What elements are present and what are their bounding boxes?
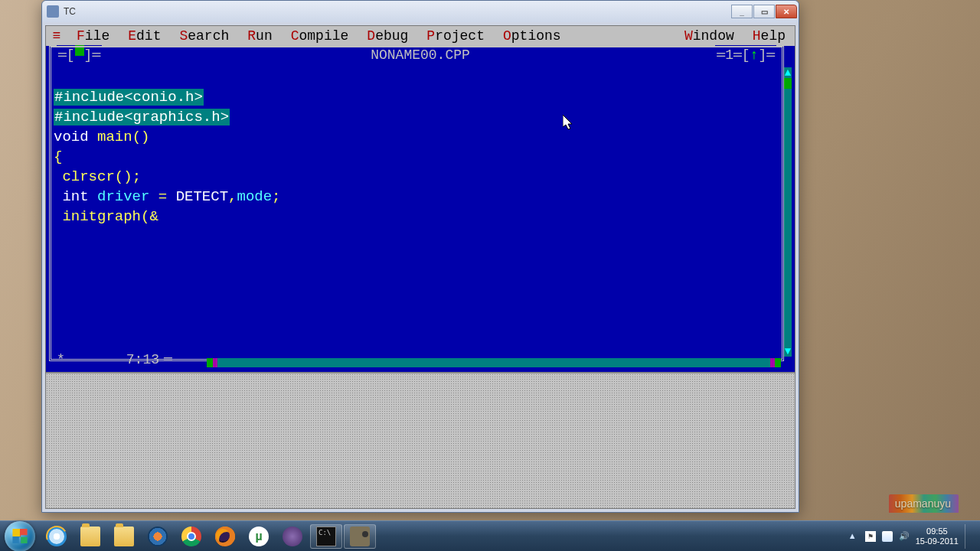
code-token: mode (237, 188, 272, 205)
taskbar-item-wmp[interactable] (142, 524, 174, 549)
taskbar-item-tc[interactable] (310, 524, 342, 549)
camera-icon (350, 527, 370, 546)
taskbar-item-bittorrent[interactable] (276, 524, 309, 549)
utorrent-icon: µ (249, 527, 269, 546)
turboc-screen: ≡ File Edit Search Run Compile Debug Pro… (46, 26, 795, 372)
cursor-position: 7:13 (126, 350, 159, 370)
titlebar[interactable]: TC _ ▭ ✕ (42, 1, 799, 22)
scroll-down-icon[interactable]: ▼ (784, 346, 792, 357)
taskbar-item-utorrent[interactable]: µ (243, 524, 275, 549)
svg-marker-0 (563, 115, 572, 129)
taskbar-item-explorer[interactable] (74, 524, 106, 549)
clock-date: 15-09-2011 (916, 536, 959, 546)
taskbar: µ ▲ ⚑ 🔊 09:55 15-09-2011 (0, 520, 980, 551)
code-token: ; (272, 188, 280, 205)
menu-window[interactable]: Window (675, 26, 743, 46)
gear-icon: * (57, 350, 65, 370)
folder-icon (80, 527, 100, 546)
scroll-track[interactable] (784, 78, 792, 346)
code-token: initgraph (54, 208, 141, 225)
code-token: driver (97, 188, 149, 205)
minimize-button[interactable]: _ (731, 5, 753, 18)
taskbar-item-ie[interactable] (41, 524, 73, 549)
code-token: , (228, 188, 237, 205)
tray-chevron-icon[interactable]: ▲ (848, 531, 859, 542)
code-token: () (132, 129, 150, 145)
tray-clock[interactable]: 09:55 15-09-2011 (916, 527, 959, 546)
vertical-scrollbar[interactable]: ▲ ▼ (784, 67, 792, 357)
app-icon (47, 5, 59, 18)
tray-volume-icon[interactable]: 🔊 (899, 531, 910, 542)
code-token: clrscr (54, 168, 115, 185)
code-token: = (149, 188, 175, 205)
show-desktop-button[interactable] (965, 524, 971, 549)
taskbar-item-recorder[interactable] (344, 524, 376, 549)
menu-debug[interactable]: Debug (358, 26, 417, 46)
status-line: * 7:13 ═ (57, 350, 778, 370)
output-panel[interactable] (46, 372, 795, 508)
menu-options[interactable]: Options (494, 26, 570, 46)
code-token: void (54, 129, 97, 145)
close-button[interactable]: ✕ (776, 5, 797, 18)
tray-network-icon[interactable] (882, 531, 893, 542)
code-token: (); (115, 168, 141, 185)
watermark: upamanuyu (889, 494, 959, 513)
taskbar-item-firefox[interactable] (209, 524, 241, 549)
code-token: DETECT (176, 188, 228, 205)
system-menu[interactable]: ≡ (46, 26, 67, 46)
taskbar-item-folder[interactable] (108, 524, 140, 549)
code-token: ( (141, 208, 149, 225)
tc-window: TC _ ▭ ✕ ≡ File Edit Search Run Compile … (41, 0, 799, 513)
code-token: int (54, 188, 97, 205)
chrome-icon (181, 527, 201, 546)
code-editor[interactable]: #include<conio.h> #include<graphics.h> v… (54, 67, 779, 350)
scroll-thumb[interactable] (784, 78, 792, 89)
code-token: & (149, 208, 158, 225)
folder-icon (114, 527, 134, 546)
bittorrent-icon (283, 527, 302, 546)
menu-help[interactable]: Help (743, 26, 795, 46)
firefox-icon (215, 527, 235, 546)
code-line: #include<conio.h> (54, 89, 204, 106)
tray-action-center-icon[interactable]: ⚑ (865, 531, 876, 542)
window-title: TC (64, 6, 76, 17)
scroll-up-icon[interactable]: ▲ (784, 67, 792, 78)
client-area: ≡ File Edit Search Run Compile Debug Pro… (45, 25, 795, 509)
menu-compile[interactable]: Compile (282, 26, 358, 46)
taskbar-item-chrome[interactable] (175, 524, 207, 549)
window-controls: _ ▭ ✕ (730, 5, 797, 18)
code-token: { (54, 148, 62, 165)
menu-project[interactable]: Project (417, 26, 494, 46)
menu-run[interactable]: Run (238, 26, 281, 46)
system-tray: ▲ ⚑ 🔊 09:55 15-09-2011 (848, 524, 975, 549)
menu-bar: ≡ File Edit Search Run Compile Debug Pro… (46, 26, 795, 46)
menu-file[interactable]: File (67, 26, 119, 46)
menu-edit[interactable]: Edit (119, 26, 170, 46)
maximize-button[interactable]: ▭ (753, 5, 775, 18)
start-button[interactable] (5, 521, 35, 552)
dos-icon (316, 527, 336, 546)
ie-icon (47, 527, 67, 546)
code-line: #include<graphics.h> (54, 109, 230, 126)
clock-time: 09:55 (916, 527, 959, 536)
media-player-icon (148, 527, 168, 546)
menu-search[interactable]: Search (170, 26, 238, 46)
code-token: main (97, 129, 132, 145)
